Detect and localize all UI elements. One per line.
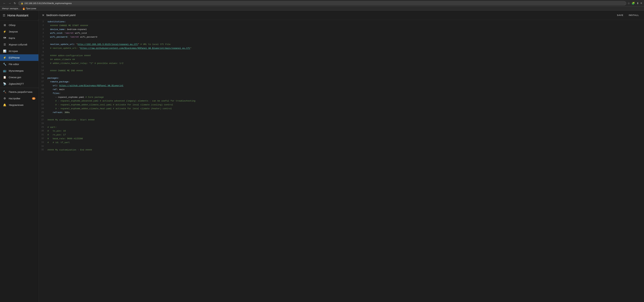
star-icon[interactable]: ☆ xyxy=(628,2,630,5)
line-number: 29 xyxy=(38,126,46,129)
sidebar-item-overview[interactable]: ⊞ Обзор xyxy=(0,22,38,28)
forward-button[interactable]: → xyxy=(8,1,12,5)
app-layout: ☰ Home Assistant ⊞ Обзор ⚡ Энергия 🗺 Кар… xyxy=(0,10,644,302)
code-line-1: 1 substitutions: xyxy=(38,20,644,24)
line-content: ##### My customization - End ##### xyxy=(46,148,644,152)
line-content xyxy=(46,73,644,76)
sidebar-item-notifications[interactable]: 🔔 Уведомления xyxy=(0,102,38,108)
notifications-icon: 🔔 xyxy=(3,103,6,106)
line-content xyxy=(46,39,644,42)
developer-icon: 🔨 xyxy=(3,90,6,94)
download-icon[interactable]: ⬇ xyxy=(636,2,639,5)
sidebar-item-map[interactable]: 🗺 Карта xyxy=(0,35,38,41)
code-line-30: 30 # tx_pin: 16 xyxy=(38,129,644,133)
extensions-icon[interactable]: 🧩 xyxy=(632,2,635,5)
line-number: 34 xyxy=(38,144,46,148)
sidebar-item-logbook[interactable]: ☰ Журнал событий xyxy=(0,41,38,48)
sidebar-label-energy: Энергия xyxy=(9,30,36,33)
line-number: 22 xyxy=(38,99,46,103)
line-number: 6 xyxy=(38,39,46,42)
menu-icon[interactable]: ≡ xyxy=(640,2,642,5)
line-number: 32 xyxy=(38,137,46,141)
sidebar-label-file-editor: File editor xyxy=(9,63,36,66)
sidebar-item-developer[interactable]: 🔨 Панель разработчика xyxy=(0,88,38,95)
line-content: substitutions: xyxy=(46,20,644,24)
sidebar-item-history[interactable]: 📊 История xyxy=(0,48,38,54)
code-line-12: 12 # addon_climate_heater_relay: "1" # p… xyxy=(38,62,644,66)
sidebar-label-overview: Обзор xyxy=(9,24,36,26)
editor-header: ✕ bedroom-nspanel.yaml SAVE INSTALL xyxy=(38,10,644,20)
code-line-25: 25 refresh: 300s xyxy=(38,111,644,114)
line-number: 4 xyxy=(38,31,46,35)
sidebar-label-settings: Настройки xyxy=(9,97,30,100)
line-number: 9 xyxy=(38,50,46,54)
install-button[interactable]: INSTALL xyxy=(627,13,641,17)
hamburger-menu-icon[interactable]: ☰ xyxy=(3,14,5,17)
line-content xyxy=(46,65,644,69)
close-editor-button[interactable]: ✕ xyxy=(42,14,44,17)
code-line-3: 3 device_name: bedroom-nspanel xyxy=(38,28,644,32)
address-bar[interactable]: 🔒 192.168.165.5:8123/5c53de3b_esphome/in… xyxy=(18,1,626,5)
refresh-button[interactable]: ↻ xyxy=(13,1,17,5)
line-content: files: xyxy=(46,92,644,96)
file-title: bedroom-nspanel.yaml xyxy=(46,14,613,17)
code-line-13: 13 xyxy=(38,65,644,69)
line-content: # uart: xyxy=(46,126,644,129)
main-content: ✕ bedroom-nspanel.yaml SAVE INSTALL 1 su… xyxy=(38,10,644,302)
code-line-18: 18 url: https://github.com/Blackymas/NSP… xyxy=(38,84,644,88)
code-line-2: 2 ###### CHANGE ME START ###### xyxy=(38,24,644,28)
sidebar-item-esphome[interactable]: ⚡ ESPHome xyxy=(0,54,38,61)
line-number: 15 xyxy=(38,73,46,76)
settings-icon: ⚙ xyxy=(3,97,6,100)
line-number: 21 xyxy=(38,96,46,99)
code-line-29: 29 # uart: xyxy=(38,126,644,129)
zigbee-icon: 📡 xyxy=(3,82,6,86)
code-line-7: 7 nextion_update_url: "http://192.168.16… xyxy=(38,42,644,46)
save-button[interactable]: SAVE xyxy=(615,13,625,17)
line-number: 30 xyxy=(38,129,46,133)
sidebar-item-settings[interactable]: ⚙ Настройки 2 xyxy=(0,95,38,102)
sidebar-header: ☰ Home Assistant xyxy=(0,10,38,20)
back-button[interactable]: ← xyxy=(2,1,7,5)
sidebar-item-energy[interactable]: ⚡ Энергия xyxy=(0,28,38,35)
line-content: url: https://github.com/Blackymas/NSPane… xyxy=(46,84,644,88)
code-line-34: 34 xyxy=(38,144,644,148)
line-content: # - nspanel_esphome_addon_climate_cool.y… xyxy=(46,103,644,107)
line-number: 31 xyxy=(38,133,46,137)
code-line-35: 35 ##### My customization - End ##### xyxy=(38,148,644,152)
line-number: 23 xyxy=(38,103,46,107)
bookmarks-bar: Импорт закладок... 🔥 Приступим xyxy=(0,7,644,10)
sidebar-item-media[interactable]: 📺 Мультимедиа xyxy=(0,68,38,74)
line-number: 28 xyxy=(38,122,46,125)
sidebar-item-zigbee[interactable]: 📡 Zigbee2MQTT xyxy=(0,80,38,87)
code-line-27: 27 ##### My customization - Start ##### xyxy=(38,118,644,122)
sidebar-item-todo[interactable]: 📋 Списки дел xyxy=(0,74,38,80)
code-line-32: 32 # baud_rate: 9600 #115200 xyxy=(38,137,644,141)
code-line-22: 22 # - nspanel_esphome_advanced.yaml # a… xyxy=(38,99,644,103)
line-number: 17 xyxy=(38,80,46,84)
line-number: 35 xyxy=(38,148,46,152)
sidebar-item-file-editor[interactable]: 🔧 File editor xyxy=(0,61,38,68)
file-editor-icon: 🔧 xyxy=(3,62,6,66)
code-line-33: 33 # # id: tf_uart xyxy=(38,141,644,144)
code-line-21: 21 - nspanel_esphome.yaml # Core package xyxy=(38,96,644,99)
browser-nav-buttons: ← → ↻ xyxy=(2,1,17,5)
bookmark-import[interactable]: Импорт закладок... xyxy=(2,7,20,10)
line-content xyxy=(46,114,644,118)
code-line-31: 31 # rx_pin: 17 xyxy=(38,133,644,137)
energy-icon: ⚡ xyxy=(3,30,6,33)
code-line-9: 9 xyxy=(38,50,644,54)
line-number: 7 xyxy=(38,42,46,46)
line-number: 24 xyxy=(38,107,46,111)
line-number: 26 xyxy=(38,114,46,118)
code-editor[interactable]: 1 substitutions: 2 ###### CHANGE ME STAR… xyxy=(38,20,644,302)
bookmark-label-2: Приступим xyxy=(26,8,36,10)
line-content: packages: xyxy=(46,76,644,80)
sidebar-label-esphome: ESPHome xyxy=(9,56,36,59)
bookmark-start[interactable]: 🔥 Приступим xyxy=(22,7,36,10)
line-content: refresh: 300s xyxy=(46,111,644,114)
line-content: nextion_update_url: "http://192.168.165.… xyxy=(46,42,644,46)
code-line-10: 10 ##### addon-configuration ##### xyxy=(38,54,644,58)
code-line-8: 8 # nextion_update_url: "https://raw.git… xyxy=(38,46,644,50)
map-icon: 🗺 xyxy=(3,36,6,40)
